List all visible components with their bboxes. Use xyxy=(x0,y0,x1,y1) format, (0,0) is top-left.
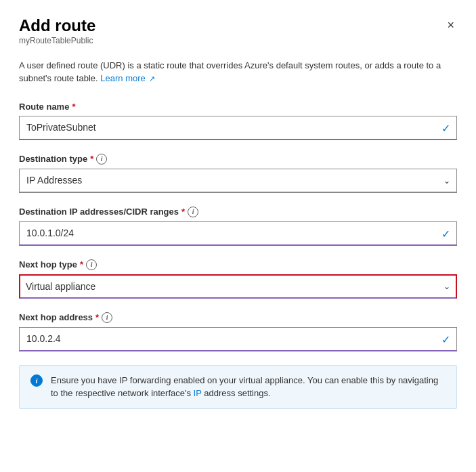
close-button[interactable]: × xyxy=(444,16,457,34)
title-block: Add route myRouteTablePublic xyxy=(19,16,95,56)
destination-type-required: * xyxy=(90,154,93,164)
destination-type-info-icon[interactable]: i xyxy=(96,154,107,165)
next-hop-type-select[interactable]: Virtual appliance xyxy=(19,274,457,299)
learn-more-link[interactable]: Learn more ↗ xyxy=(100,73,155,83)
route-name-input[interactable] xyxy=(19,116,457,140)
panel-subtitle: myRouteTablePublic xyxy=(19,36,95,45)
next-hop-type-label: Next hop type * i xyxy=(19,259,457,270)
next-hop-type-required: * xyxy=(80,259,83,270)
destination-type-label: Destination type * i xyxy=(19,154,457,165)
destination-type-field: Destination type * i IP Addresses ⌄ xyxy=(19,154,457,193)
info-box: i Ensure you have IP forwarding enabled … xyxy=(19,365,457,409)
destination-ip-info-icon[interactable]: i xyxy=(188,207,198,217)
destination-type-input-wrapper: IP Addresses ⌄ xyxy=(19,169,457,193)
next-hop-address-info-icon[interactable]: i xyxy=(102,312,112,323)
next-hop-address-label: Next hop address * i xyxy=(19,312,457,323)
next-hop-type-input-wrapper: Virtual appliance ⌄ xyxy=(19,274,457,299)
destination-ip-required: * xyxy=(181,207,185,217)
destination-type-select[interactable]: IP Addresses xyxy=(19,169,457,193)
destination-ip-label: Destination IP addresses/CIDR ranges * i xyxy=(19,207,457,217)
panel-header: Add route myRouteTablePublic × xyxy=(19,16,457,56)
destination-ip-field: Destination IP addresses/CIDR ranges * i… xyxy=(19,207,457,246)
next-hop-type-field: Next hop type * i Virtual appliance ⌄ xyxy=(19,259,457,299)
route-name-field: Route name * ✓ xyxy=(19,102,457,140)
info-box-text: Ensure you have IP forwarding enabled on… xyxy=(51,374,446,400)
external-link-icon: ↗ xyxy=(147,74,155,83)
next-hop-address-required: * xyxy=(95,312,99,322)
next-hop-address-input-wrapper: ✓ xyxy=(19,327,457,351)
route-name-required: * xyxy=(72,102,75,112)
panel-title: Add route xyxy=(19,16,95,36)
route-name-input-wrapper: ✓ xyxy=(19,116,457,140)
description-text: A user defined route (UDR) is a static r… xyxy=(19,59,457,85)
destination-ip-input[interactable] xyxy=(19,221,457,246)
next-hop-type-info-icon[interactable]: i xyxy=(86,259,97,270)
next-hop-address-input[interactable] xyxy=(19,327,457,351)
add-route-panel: Add route myRouteTablePublic × A user de… xyxy=(0,0,476,472)
destination-ip-input-wrapper: ✓ xyxy=(19,221,457,246)
next-hop-address-field: Next hop address * i ✓ xyxy=(19,312,457,351)
route-name-label: Route name * xyxy=(19,102,457,112)
info-box-icon: i xyxy=(30,374,43,390)
ip-link[interactable]: IP xyxy=(194,388,202,398)
